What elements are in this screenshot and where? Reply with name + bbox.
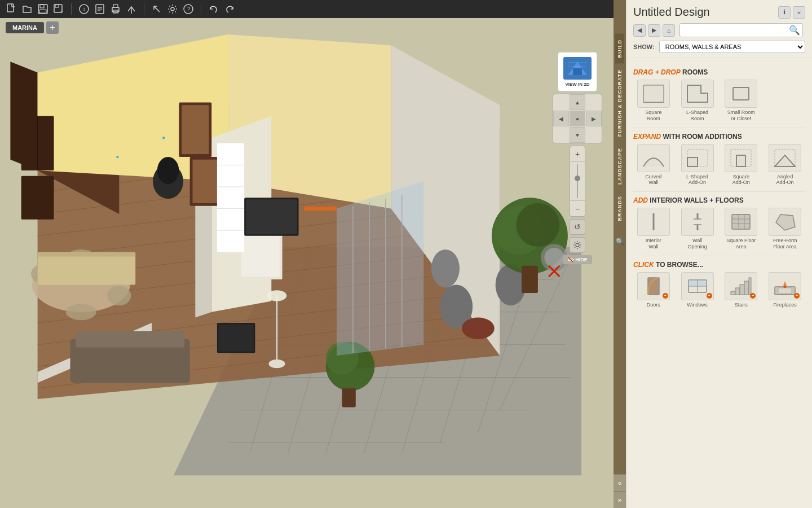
panel-info-button[interactable]: ℹ bbox=[778, 6, 791, 19]
interior-wall-icon-box bbox=[637, 208, 670, 236]
view-2d-icon bbox=[563, 57, 592, 80]
sep-3 bbox=[201, 3, 201, 15]
svg-rect-154 bbox=[778, 288, 792, 294]
item-angled-addon[interactable]: AngledAdd-On bbox=[765, 144, 805, 186]
svg-rect-149 bbox=[735, 288, 740, 295]
side-tab-landscape[interactable]: LANDSCAPE bbox=[615, 142, 624, 190]
show-row: SHOW: ROOMS, WALLS & AREAS FURNITURE ALL bbox=[633, 41, 805, 53]
nav-right-button[interactable]: ▶ bbox=[586, 111, 602, 126]
item-fireplaces[interactable]: + Fireplaces bbox=[765, 272, 805, 308]
sep-1 bbox=[71, 3, 72, 15]
side-tab-search-icon[interactable]: 🔍 bbox=[616, 238, 624, 246]
item-stairs[interactable]: + Stairs bbox=[721, 272, 762, 308]
zoom-slider-handle[interactable] bbox=[575, 176, 580, 181]
item-interior-wall[interactable]: InteriorWall bbox=[633, 208, 674, 250]
panel-forward-button[interactable]: ▶ bbox=[648, 24, 660, 37]
panel-search-input[interactable] bbox=[680, 25, 787, 36]
angled-addon-icon-box bbox=[769, 144, 801, 172]
collapse-down-button[interactable]: » bbox=[614, 491, 626, 508]
panel-header: Untitled Design ℹ « ◀ ▶ ⌂ 🔍 SHOW: ROOMS,… bbox=[626, 0, 812, 58]
notes-icon[interactable] bbox=[94, 3, 105, 15]
nav-up-button[interactable]: ▲ bbox=[570, 94, 585, 110]
doors-label: Doors bbox=[647, 302, 660, 308]
item-curved-wall[interactable]: CurvedWall bbox=[633, 144, 674, 186]
svg-point-64 bbox=[107, 286, 131, 306]
side-tab-brands[interactable]: BRANDS bbox=[615, 190, 624, 227]
room-illustration bbox=[0, 18, 614, 508]
tab-add-button[interactable]: + bbox=[46, 21, 59, 34]
open-file-icon[interactable] bbox=[21, 3, 33, 15]
svg-rect-60 bbox=[21, 176, 54, 220]
angled-addon-label: AngledAdd-On bbox=[776, 174, 794, 186]
panel-search-icon[interactable]: 🔍 bbox=[787, 24, 802, 37]
item-square-room[interactable]: SquareRoom bbox=[633, 80, 674, 122]
svg-rect-3 bbox=[39, 10, 46, 13]
svg-rect-77 bbox=[246, 199, 297, 234]
curved-wall-icon-box bbox=[637, 144, 670, 172]
svg-rect-86 bbox=[219, 325, 254, 351]
help-icon[interactable]: ? bbox=[183, 3, 194, 15]
print-icon[interactable] bbox=[110, 3, 121, 15]
svg-rect-58 bbox=[192, 160, 217, 203]
item-small-room[interactable]: Small Roomor Closet bbox=[721, 80, 762, 122]
svg-point-66 bbox=[66, 304, 96, 320]
nav-center-button[interactable]: ● bbox=[570, 111, 585, 126]
save-icon[interactable] bbox=[37, 3, 48, 15]
svg-point-17 bbox=[171, 7, 174, 11]
tab-marina[interactable]: MARINA bbox=[6, 22, 44, 33]
item-square-addon[interactable]: SquareAdd-On bbox=[721, 144, 762, 186]
save-as-icon[interactable]: + bbox=[53, 3, 64, 15]
svg-text:i: i bbox=[83, 6, 85, 12]
panel-bottom-buttons: « » bbox=[614, 474, 626, 508]
zoom-controls: + − bbox=[570, 146, 585, 217]
zoom-slider[interactable] bbox=[577, 164, 578, 198]
info-icon[interactable]: i bbox=[78, 3, 90, 15]
show-select-dropdown[interactable]: ROOMS, WALLS & AREAS FURNITURE ALL bbox=[659, 41, 805, 53]
svg-text:+: + bbox=[60, 9, 63, 14]
item-l-shaped-room[interactable]: L-ShapedRoom bbox=[677, 80, 718, 122]
eye-icon bbox=[567, 257, 574, 262]
item-doors[interactable]: + Doors bbox=[633, 272, 674, 308]
hide-button[interactable]: HIDE bbox=[563, 255, 592, 264]
camera-settings-button[interactable] bbox=[570, 237, 585, 253]
svg-rect-97 bbox=[522, 266, 538, 293]
arrow-icon[interactable] bbox=[151, 3, 162, 15]
svg-rect-110 bbox=[116, 156, 118, 158]
item-windows[interactable]: + Windows bbox=[677, 272, 718, 308]
export-icon[interactable] bbox=[126, 3, 137, 15]
right-panel: Untitled Design ℹ « ◀ ▶ ⌂ 🔍 SHOW: ROOMS,… bbox=[626, 0, 812, 508]
panel-back-button[interactable]: ◀ bbox=[633, 24, 646, 37]
browse-grid: + Doors + bbox=[633, 272, 805, 308]
collapse-up-button[interactable]: « bbox=[614, 474, 626, 491]
panel-search-box[interactable]: 🔍 bbox=[679, 23, 803, 37]
redo-icon[interactable] bbox=[224, 3, 235, 15]
rotate-button[interactable]: ↺ bbox=[570, 219, 585, 235]
new-file-icon[interactable] bbox=[6, 3, 17, 15]
svg-rect-151 bbox=[744, 281, 749, 295]
walls-grid: InteriorWall WallOpening bbox=[633, 208, 805, 250]
item-l-shaped-addon[interactable]: L-ShapedAdd-On bbox=[677, 144, 718, 186]
item-wall-opening[interactable]: WallOpening bbox=[677, 208, 718, 250]
side-tab-build[interactable]: BUILD bbox=[615, 34, 624, 64]
stairs-badge: + bbox=[750, 293, 756, 299]
l-shaped-addon-icon-box bbox=[681, 144, 714, 172]
nav-down-button[interactable]: ▼ bbox=[570, 127, 585, 143]
nav-controls: VIEW IN 2D ▲ ◀ ● ▶ ▼ + − ↺ bbox=[553, 52, 602, 264]
settings-gear-icon[interactable] bbox=[167, 3, 178, 15]
expand-header-highlight: EXPAND bbox=[633, 133, 661, 141]
side-tab-furnish[interactable]: FURNISH & DECORATE bbox=[615, 64, 624, 142]
zoom-in-button[interactable]: + bbox=[570, 146, 585, 162]
nav-left-button[interactable]: ◀ bbox=[553, 111, 569, 126]
svg-rect-112 bbox=[304, 207, 337, 211]
panel-collapse-button[interactable]: « bbox=[793, 6, 805, 19]
stairs-icon bbox=[729, 275, 753, 297]
zoom-out-button[interactable]: − bbox=[570, 200, 585, 216]
undo-icon[interactable] bbox=[208, 3, 219, 15]
svg-rect-84 bbox=[76, 331, 184, 348]
item-free-form-floor-area[interactable]: Free-FormFloor Area bbox=[765, 208, 805, 250]
section-header-rooms: DRAG + DROP ROOMS bbox=[633, 68, 805, 76]
sep-2 bbox=[144, 3, 144, 15]
item-square-floor-area[interactable]: Square FloorArea bbox=[721, 208, 762, 250]
panel-home-button[interactable]: ⌂ bbox=[663, 24, 675, 37]
view-2d-button[interactable]: VIEW IN 2D bbox=[558, 52, 597, 91]
